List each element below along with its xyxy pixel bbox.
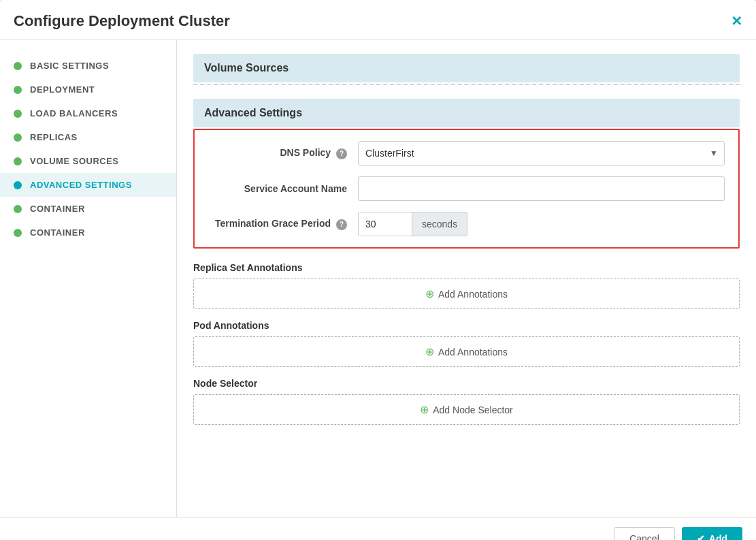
modal-header: Configure Deployment Cluster ✕ [0, 0, 756, 40]
sidebar-label-container-1: CONTAINER [30, 204, 85, 214]
termination-grace-period-row: Termination Grace Period ? seconds [208, 212, 725, 236]
dot-advanced-settings [14, 181, 22, 189]
termination-suffix: seconds [412, 212, 467, 236]
sidebar-label-replicas: REPLICAS [30, 132, 78, 142]
sidebar-item-container-1[interactable]: CONTAINER [0, 197, 176, 221]
main-content: Volume Sources Advanced Settings DNS Pol… [177, 40, 756, 517]
service-account-label: Service Account Name [208, 183, 358, 194]
sidebar-item-load-balancers[interactable]: LOAD BALANCERS [0, 101, 176, 125]
dot-container-1 [14, 205, 22, 213]
dot-deployment [14, 86, 22, 94]
sidebar-item-volume-sources[interactable]: VOLUME SOURCES [0, 149, 176, 173]
dot-basic-settings [14, 62, 22, 70]
dns-policy-select[interactable]: ClusterFirst Default None ClusterFirstWi… [358, 141, 725, 165]
sidebar-label-advanced-settings: ADVANCED SETTINGS [30, 180, 132, 190]
add-label: Add [709, 533, 727, 540]
add-replica-annotations-label: Add Annotations [438, 289, 508, 300]
dns-policy-help-icon[interactable]: ? [336, 148, 347, 159]
close-button[interactable]: ✕ [731, 13, 742, 29]
service-account-input[interactable] [358, 176, 725, 201]
cancel-button[interactable]: Cancel [614, 527, 675, 540]
dot-load-balancers [14, 110, 22, 118]
advanced-settings-form: DNS Policy ? ClusterFirst Default None C… [193, 129, 740, 249]
node-selector-label: Node Selector [193, 378, 740, 389]
sidebar-label-deployment: DEPLOYMENT [30, 84, 95, 95]
sidebar-item-basic-settings[interactable]: BASIC SETTINGS [0, 54, 176, 78]
add-button[interactable]: ✔ Add [682, 527, 742, 540]
termination-value-input[interactable] [358, 212, 412, 236]
sidebar-label-load-balancers: LOAD BALANCERS [30, 108, 118, 118]
advanced-settings-header: Advanced Settings [193, 99, 740, 127]
configure-deployment-modal: Configure Deployment Cluster ✕ BASIC SET… [0, 0, 756, 540]
modal-body: BASIC SETTINGS DEPLOYMENT LOAD BALANCERS… [0, 40, 756, 517]
dot-volume-sources [14, 157, 22, 165]
pod-annotations-label: Pod Annotations [193, 320, 740, 331]
dot-container-2 [14, 229, 22, 237]
add-pod-annotations-label: Add Annotations [438, 347, 508, 358]
sidebar-label-basic-settings: BASIC SETTINGS [30, 61, 109, 71]
node-selector-container: ⊕ Add Node Selector [193, 394, 740, 425]
sidebar-item-deployment[interactable]: DEPLOYMENT [0, 78, 176, 101]
dot-replicas [14, 133, 22, 142]
service-account-row: Service Account Name [208, 176, 725, 201]
sidebar-label-volume-sources: VOLUME SOURCES [30, 156, 119, 166]
dns-policy-select-wrapper: ClusterFirst Default None ClusterFirstWi… [358, 141, 725, 165]
add-check-icon: ✔ [697, 533, 705, 540]
volume-sources-divider [193, 84, 740, 85]
add-pod-annotations-icon: ⊕ [425, 345, 434, 358]
add-pod-annotations-button[interactable]: ⊕ Add Annotations [194, 337, 739, 366]
sidebar-item-advanced-settings[interactable]: ADVANCED SETTINGS [0, 173, 176, 197]
modal-footer: Cancel ✔ Add [0, 517, 756, 540]
dns-policy-label: DNS Policy ? [208, 147, 358, 159]
advanced-settings-section: Advanced Settings DNS Policy ? ClusterFi… [193, 99, 740, 425]
termination-grace-period-label: Termination Grace Period ? [208, 218, 358, 230]
modal-title: Configure Deployment Cluster [14, 12, 230, 30]
sidebar-item-replicas[interactable]: REPLICAS [0, 125, 176, 149]
add-replica-annotations-icon: ⊕ [425, 287, 434, 300]
termination-help-icon[interactable]: ? [336, 219, 347, 230]
add-node-selector-label: Add Node Selector [433, 404, 513, 415]
sidebar-label-container-2: CONTAINER [30, 227, 85, 238]
replica-annotations-label: Replica Set Annotations [193, 262, 740, 273]
sidebar: BASIC SETTINGS DEPLOYMENT LOAD BALANCERS… [0, 40, 177, 517]
volume-sources-header: Volume Sources [193, 54, 740, 82]
add-node-selector-icon: ⊕ [420, 403, 429, 416]
sidebar-item-container-2[interactable]: CONTAINER [0, 221, 176, 244]
termination-input-group: seconds [358, 212, 467, 236]
add-node-selector-button[interactable]: ⊕ Add Node Selector [194, 395, 739, 424]
pod-annotations-container: ⊕ Add Annotations [193, 336, 740, 367]
replica-annotations-container: ⊕ Add Annotations [193, 279, 740, 309]
add-replica-annotations-button[interactable]: ⊕ Add Annotations [194, 279, 739, 308]
volume-sources-section: Volume Sources [193, 54, 740, 85]
dns-policy-row: DNS Policy ? ClusterFirst Default None C… [208, 141, 725, 165]
